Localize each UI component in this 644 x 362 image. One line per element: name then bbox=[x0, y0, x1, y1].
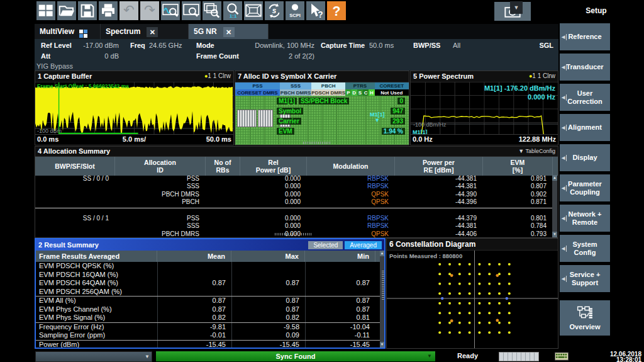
result-row[interactable]: Power (dBm)-15.45-15.45-15.45 bbox=[36, 341, 380, 348]
table-row[interactable]: PBCH DMRS0.000QPSK-44.3900.902 bbox=[35, 191, 553, 198]
zoom-signal-button[interactable] bbox=[161, 1, 180, 20]
occupied-allocation-block[interactable] bbox=[238, 110, 256, 127]
splitter-handle-vertical[interactable] bbox=[382, 271, 384, 300]
zoom-multiple-button[interactable] bbox=[203, 1, 221, 20]
cell: 0.871 bbox=[483, 198, 553, 206]
allocation-summary-panel: 4 Allocation Summary ▼ TableConfig BWP/S… bbox=[35, 146, 558, 238]
softkey-reference[interactable]: ◀Reference bbox=[560, 23, 610, 50]
save-button[interactable] bbox=[78, 1, 97, 20]
marker-m1-flag[interactable]: M1[1]▼ bbox=[370, 112, 385, 123]
power-spectrum-title-bar[interactable]: 5 Power Spectrum ●1 1 Clrw bbox=[411, 71, 558, 82]
print-button[interactable] bbox=[99, 1, 118, 20]
open-file-button[interactable] bbox=[57, 1, 76, 20]
alloc-grid-title-bar[interactable]: 7 Alloc ID vs Symbol X Carrier bbox=[235, 71, 409, 82]
allocation-summary-body[interactable]: SS / 0 / 0PSS0.000RBPSK-44.3810.891SSS0.… bbox=[35, 175, 553, 237]
toolbar: ↶↷1:1sSCPI?? bbox=[0, 0, 558, 23]
cell: -15.45 bbox=[305, 341, 375, 348]
setup-menu-header[interactable]: Setup bbox=[558, 0, 634, 21]
marker-readout-freq: 0.000 Hz bbox=[528, 93, 555, 101]
splitter-handle[interactable] bbox=[303, 142, 331, 144]
att-label: Att bbox=[41, 52, 50, 60]
result-row[interactable]: EVM All (%)0.870.870.87 bbox=[36, 297, 380, 305]
sync-button[interactable]: s bbox=[265, 1, 284, 20]
occupied-allocation-block[interactable] bbox=[258, 110, 272, 127]
table-row[interactable]: SSS0.000RBPSK-44.3810.784 bbox=[35, 222, 553, 230]
keyboard-icon[interactable] bbox=[555, 352, 569, 361]
redo-button: ↷ bbox=[140, 1, 159, 20]
power-spectrum-x-axis: 0.0 Hz 122.88 MHz bbox=[411, 134, 558, 145]
multiview-grid-icon bbox=[79, 28, 87, 36]
softkey-parameter-coupling[interactable]: ◀Parameter Coupling bbox=[560, 174, 610, 201]
allocation-summary-title-bar[interactable]: 4 Allocation Summary ▼ TableConfig bbox=[35, 147, 558, 157]
result-row[interactable]: Sampling Error (ppm)-0.010.09-0.11 bbox=[36, 331, 380, 341]
tab-5g-nr[interactable]: 5G NR✕ bbox=[189, 24, 269, 39]
cell: 0.87 bbox=[157, 279, 231, 288]
tab-multiview[interactable]: MultiView bbox=[35, 24, 101, 39]
softkey-service-support[interactable]: ◀Service + Support bbox=[560, 265, 610, 292]
table-row[interactable]: SS / 0 / 0PSS0.000RBPSK-44.3810.891 bbox=[35, 175, 553, 183]
help-button[interactable]: ? bbox=[327, 1, 346, 20]
table-row[interactable]: PBCH0.000QPSK-44.3960.871 bbox=[35, 198, 553, 206]
overview-button[interactable]: Overview bbox=[560, 300, 610, 336]
scpi-button[interactable]: SCPI bbox=[286, 1, 304, 20]
cell: RBPSK bbox=[307, 215, 395, 222]
cell: 0.891 bbox=[483, 175, 553, 183]
overview-flow-icon bbox=[575, 305, 594, 323]
result-row[interactable]: EVM PDSCH 64QAM (%)0.870.870.87 bbox=[36, 279, 380, 288]
table-row[interactable]: SSS0.000RBPSK-44.3810.807 bbox=[35, 183, 553, 190]
cell bbox=[157, 288, 231, 297]
zoom-graph-button[interactable] bbox=[182, 1, 201, 20]
scroll-down-icon[interactable]: ▼ bbox=[380, 342, 384, 348]
table-row[interactable]: SS / 0 / 1PSS0.000RBPSK-44.3790.801 bbox=[35, 215, 553, 222]
result-summary-body[interactable]: EVM PDSCH QPSK (%)EVM PDSCH 16QAM (%)EVM… bbox=[36, 262, 380, 348]
alloc-grid-chart[interactable]: M1[1] SS/PBCH Block0Symbol947Carrier293E… bbox=[235, 96, 409, 145]
result-row[interactable]: EVM Phys Channel (%)0.870.870.87 bbox=[36, 305, 380, 314]
softkey-user-correction[interactable]: ◀User Correction bbox=[560, 84, 610, 111]
softkey-system-config[interactable]: ◀System Config bbox=[560, 235, 610, 262]
softkey-network-remote[interactable]: ◀Network + Remote bbox=[560, 205, 610, 232]
marker-info-row: M1[1] SS/PBCH Block bbox=[277, 98, 349, 105]
scroll-up-icon[interactable]: ▲ bbox=[380, 251, 384, 256]
x-axis-start: 0.0 Hz bbox=[413, 135, 433, 144]
softkey-transducer[interactable]: ◀Transducer bbox=[560, 54, 610, 81]
cell: 0.000 bbox=[240, 175, 307, 183]
result-row[interactable]: EVM PDSCH 16QAM (%) bbox=[36, 271, 380, 280]
softkey-alignment[interactable]: ◀Alignment bbox=[560, 114, 610, 141]
scroll-down-icon[interactable]: ▼ bbox=[552, 232, 557, 237]
capture-buffer-chart[interactable] bbox=[35, 82, 233, 135]
result-row[interactable]: Frequency Error (Hz)-9.81-9.58-10.04 bbox=[36, 323, 380, 332]
context-help-button[interactable]: ? bbox=[306, 1, 325, 20]
close-tab-icon[interactable]: ✕ bbox=[223, 27, 235, 37]
table-config-button[interactable]: ▼ TableConfig bbox=[518, 147, 555, 156]
close-tab-icon[interactable]: ✕ bbox=[147, 27, 158, 37]
marker-value: 0 bbox=[397, 98, 405, 105]
open-file-icon bbox=[57, 1, 76, 20]
constellation-title-bar[interactable]: 6 Constellation Diagram bbox=[387, 239, 558, 251]
averaged-tab[interactable]: Averaged bbox=[345, 241, 382, 249]
result-row[interactable]: EVM Phys Signal (%)0.820.820.81 bbox=[36, 314, 380, 323]
result-summary-title-bar[interactable]: 2 Result Summary Selected Averaged bbox=[36, 239, 384, 251]
zoom-1to1-button[interactable]: 1:1 bbox=[223, 1, 242, 20]
constellation-chart[interactable] bbox=[387, 251, 558, 348]
allocation-summary-scrollbar[interactable]: ▲ ▼ bbox=[552, 175, 557, 237]
splitter-handle[interactable] bbox=[275, 233, 311, 235]
tab-spectrum[interactable]: Spectrum✕ bbox=[101, 24, 189, 39]
yig-bypass-label: YIG Bypass bbox=[36, 62, 73, 70]
softkey-display[interactable]: ◀Display bbox=[560, 144, 610, 171]
cell: RBPSK bbox=[307, 175, 395, 183]
result-row[interactable]: EVM PDSCH 256QAM (%) bbox=[36, 288, 380, 297]
undo-icon: ↶ bbox=[119, 1, 138, 20]
display-frame-icon bbox=[244, 1, 263, 20]
device-status-dropdown[interactable]: ▼ bbox=[35, 351, 152, 362]
capture-buffer-title-bar[interactable]: 1 Capture Buffer ●1 1 Clrw bbox=[35, 71, 233, 82]
tab-list-dropdown[interactable]: ▼ bbox=[510, 1, 523, 14]
sync-status-bar[interactable]: Sync Found▼ bbox=[156, 351, 435, 361]
selected-tab[interactable]: Selected bbox=[308, 241, 343, 249]
scroll-up-icon[interactable]: ▲ bbox=[552, 175, 557, 181]
result-row[interactable]: EVM PDSCH QPSK (%) bbox=[36, 262, 380, 271]
capture-time-label: Capture Time bbox=[321, 42, 365, 49]
windows-button[interactable] bbox=[36, 1, 55, 20]
display-frame-button[interactable] bbox=[244, 1, 263, 20]
cell: 0.87 bbox=[157, 297, 231, 305]
allocation-summary-title: 4 Allocation Summary bbox=[38, 147, 110, 156]
